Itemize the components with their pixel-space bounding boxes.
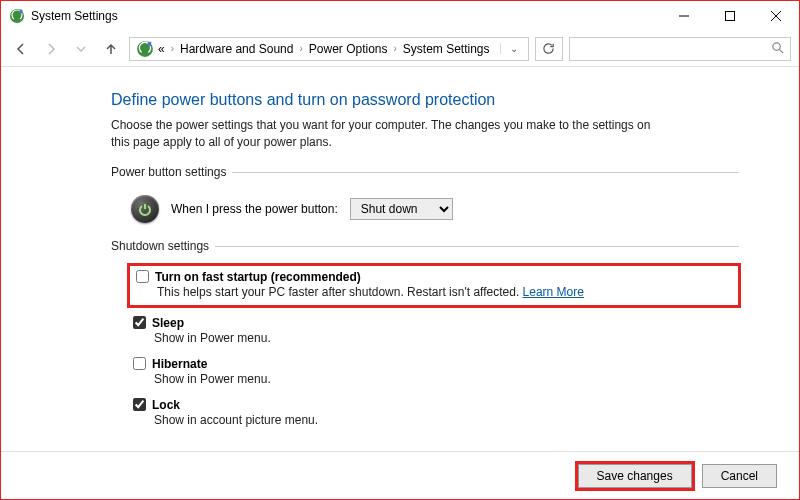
save-changes-button[interactable]: Save changes: [578, 464, 692, 488]
divider: [232, 172, 739, 173]
page-lead: Choose the power settings that you want …: [111, 117, 671, 151]
nav-up-button[interactable]: [99, 37, 123, 61]
chevron-right-icon: ›: [392, 43, 399, 54]
minimize-button[interactable]: [661, 1, 707, 31]
fast-startup-sub: This helps start your PC faster after sh…: [136, 285, 732, 299]
search-icon: [771, 41, 784, 57]
power-options-icon: [9, 8, 25, 24]
option-fast-startup: Turn on fast startup (recommended) This …: [127, 263, 741, 308]
lock-title: Lock: [152, 398, 180, 412]
option-sleep: Sleep Show in Power menu.: [129, 314, 739, 349]
maximize-button[interactable]: [707, 1, 753, 31]
footer: Save changes Cancel: [1, 451, 799, 499]
svg-point-5: [773, 42, 780, 49]
navbar: « › Hardware and Sound › Power Options ›…: [1, 31, 799, 67]
close-button[interactable]: [753, 1, 799, 31]
option-lock: Lock Show in account picture menu.: [129, 396, 739, 431]
svg-rect-1: [20, 10, 23, 14]
sleep-sub: Show in Power menu.: [133, 331, 735, 345]
content-area: Define power buttons and turn on passwor…: [1, 67, 799, 451]
sleep-checkbox-row[interactable]: Sleep: [133, 316, 735, 330]
lock-checkbox-row[interactable]: Lock: [133, 398, 735, 412]
hibernate-checkbox-row[interactable]: Hibernate: [133, 357, 735, 371]
page-heading: Define power buttons and turn on passwor…: [111, 91, 739, 109]
breadcrumb-item[interactable]: System Settings: [403, 42, 490, 56]
option-hibernate: Hibernate Show in Power menu.: [129, 355, 739, 390]
fast-startup-title: Turn on fast startup (recommended): [155, 270, 361, 284]
fast-startup-checkbox-row[interactable]: Turn on fast startup (recommended): [136, 270, 732, 284]
power-icon: [131, 195, 159, 223]
breadcrumb-item[interactable]: Power Options: [309, 42, 388, 56]
divider: [215, 246, 739, 247]
refresh-button[interactable]: [535, 37, 563, 61]
cancel-button[interactable]: Cancel: [702, 464, 777, 488]
window-controls: [661, 1, 799, 31]
nav-forward-button[interactable]: [39, 37, 63, 61]
svg-rect-2: [726, 12, 735, 21]
search-input[interactable]: [569, 37, 791, 61]
power-button-label: When I press the power button:: [171, 202, 338, 216]
group-label-text: Power button settings: [111, 165, 226, 179]
power-button-row: When I press the power button: Shut down: [111, 189, 739, 239]
hibernate-sub: Show in Power menu.: [133, 372, 735, 386]
fast-startup-checkbox[interactable]: [136, 270, 149, 283]
nav-recent-dropdown[interactable]: [69, 37, 93, 61]
learn-more-link[interactable]: Learn More: [523, 285, 584, 299]
power-options-icon: [136, 40, 154, 58]
lock-checkbox[interactable]: [133, 398, 146, 411]
nav-back-button[interactable]: [9, 37, 33, 61]
breadcrumb-dropdown[interactable]: ⌄: [500, 43, 522, 54]
hibernate-checkbox[interactable]: [133, 357, 146, 370]
sleep-checkbox[interactable]: [133, 316, 146, 329]
breadcrumb[interactable]: « › Hardware and Sound › Power Options ›…: [129, 37, 529, 61]
sleep-title: Sleep: [152, 316, 184, 330]
breadcrumb-root[interactable]: «: [158, 42, 165, 56]
shutdown-list: Turn on fast startup (recommended) This …: [111, 263, 739, 431]
svg-rect-4: [148, 41, 151, 46]
hibernate-title: Hibernate: [152, 357, 207, 371]
group-shutdown: Shutdown settings: [111, 239, 739, 253]
chevron-right-icon: ›: [297, 43, 304, 54]
titlebar: System Settings: [1, 1, 799, 31]
window: System Settings « › Hardware and Sound ›…: [0, 0, 800, 500]
chevron-right-icon: ›: [169, 43, 176, 54]
window-title: System Settings: [31, 9, 118, 23]
power-button-action-select[interactable]: Shut down: [350, 198, 453, 220]
group-power-button: Power button settings: [111, 165, 739, 179]
group-label-text: Shutdown settings: [111, 239, 209, 253]
lock-sub: Show in account picture menu.: [133, 413, 735, 427]
breadcrumb-item[interactable]: Hardware and Sound: [180, 42, 293, 56]
